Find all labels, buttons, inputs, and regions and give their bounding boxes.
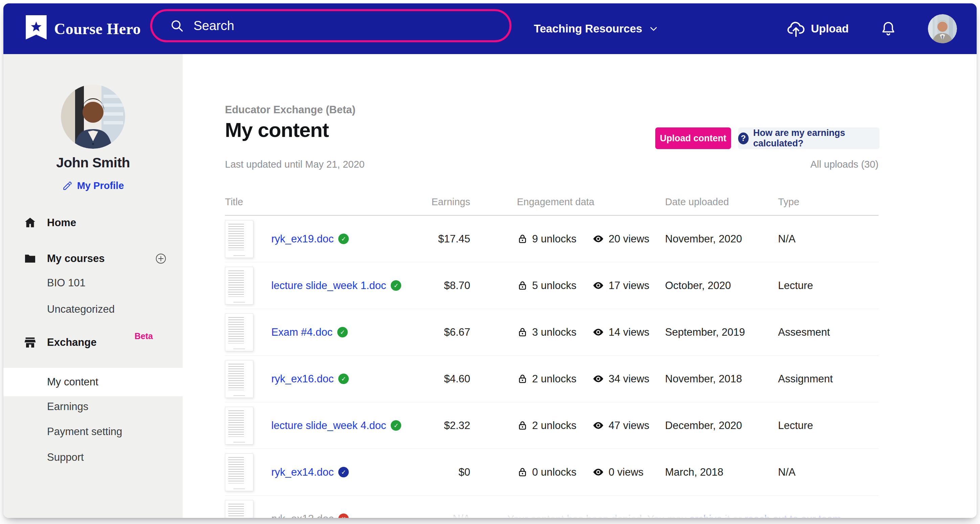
my-profile-link[interactable]: My Profile — [3, 180, 183, 191]
sidebar-item-uncategorized[interactable]: Uncategorized — [3, 299, 183, 320]
sidebar-item-exchange[interactable]: Exchange Beta — [3, 332, 183, 353]
profile-photo[interactable] — [61, 84, 125, 149]
unlock-icon — [517, 467, 528, 478]
eye-icon — [592, 326, 605, 338]
denied-message-text: it or — [722, 513, 745, 518]
home-icon — [23, 216, 38, 230]
sidebar-item-home[interactable]: Home — [3, 212, 183, 233]
status-approved-icon — [391, 420, 401, 431]
type-cell: Lecture — [778, 419, 878, 432]
content-table: Title Earnings Engagement data Date uplo… — [225, 189, 878, 518]
status-approved-icon — [338, 373, 349, 384]
views-count: 14 views — [609, 326, 649, 338]
file-link[interactable]: Exam #4.doc — [271, 326, 332, 338]
question-circle-icon: ? — [738, 133, 749, 144]
sidebar-item-label: My content — [47, 376, 99, 388]
user-name: John Smith — [3, 155, 183, 171]
unlock-icon — [517, 327, 528, 338]
user-avatar[interactable] — [928, 14, 957, 43]
earnings-cell: $0 — [414, 466, 470, 478]
earnings-cell: N/A — [414, 513, 470, 518]
status-denied-icon — [338, 513, 349, 518]
eye-icon — [592, 279, 605, 292]
sidebar-item-support[interactable]: Support — [3, 447, 183, 468]
status-approved-icon — [338, 233, 349, 244]
notifications-button[interactable] — [880, 20, 897, 37]
add-course-button[interactable] — [155, 253, 166, 264]
views-count: 20 views — [609, 233, 649, 245]
document-thumbnail[interactable] — [225, 407, 253, 445]
unlock-icon — [517, 373, 528, 384]
unlock-icon — [517, 233, 528, 245]
views-count: 17 views — [609, 279, 649, 292]
denied-message-text: Your content has been denied. You may — [508, 513, 689, 518]
breadcrumb: Educator Exchange (Beta) — [225, 104, 356, 116]
sidebar-nav: Home My courses BIO 101 Uncateg — [3, 212, 183, 468]
sidebar-item-my-content[interactable]: My content — [3, 368, 183, 396]
date-cell: November, 2018 — [665, 373, 778, 385]
course-hero-logo[interactable]: Course Hero — [26, 3, 141, 54]
sidebar: John Smith My Profile Home — [3, 54, 183, 518]
beta-badge: Beta — [135, 331, 153, 341]
earnings-cell: $4.60 — [414, 373, 470, 385]
unlocks-count: 0 unlocks — [532, 466, 576, 478]
document-thumbnail[interactable] — [225, 220, 253, 258]
column-header-date: Date uploaded — [665, 197, 778, 208]
document-thumbnail[interactable] — [225, 267, 253, 305]
upload-button[interactable]: Upload — [786, 19, 849, 38]
type-cell: Assesment — [778, 326, 878, 338]
file-link[interactable]: ryk_ex19.doc — [271, 233, 334, 245]
earnings-help-label: How are my earnings calculated? — [753, 128, 880, 149]
sidebar-item-label: Payment setting — [47, 426, 122, 438]
status-pending-icon — [338, 467, 349, 477]
search-icon — [170, 19, 184, 33]
views-count: 0 views — [609, 466, 643, 478]
file-link[interactable]: ryk_ex14.doc — [271, 466, 334, 478]
column-header-title: Title — [225, 197, 414, 208]
sidebar-item-payment-setting[interactable]: Payment setting — [3, 421, 183, 442]
table-row: ryk_ex19.doc $17.45 9 unlocks 20 views N… — [225, 216, 878, 262]
sidebar-item-earnings[interactable]: Earnings — [3, 396, 183, 417]
chevron-down-icon — [649, 24, 658, 33]
document-thumbnail[interactable] — [225, 360, 253, 398]
status-approved-icon — [391, 280, 401, 291]
unlocks-count: 2 unlocks — [532, 373, 576, 385]
table-row: Exam #4.doc $6.67 3 unlocks 14 views Sep… — [225, 309, 878, 356]
unlocks-count: 2 unlocks — [532, 419, 576, 432]
pencil-icon — [62, 181, 72, 191]
search-input[interactable] — [193, 18, 431, 33]
type-cell: N/A — [778, 466, 878, 478]
earnings-help-link[interactable]: ? How are my earnings calculated? — [738, 127, 880, 149]
eye-icon — [592, 466, 605, 478]
teaching-resources-dropdown[interactable]: Teaching Resources — [534, 3, 658, 54]
date-cell: October, 2020 — [665, 279, 778, 292]
type-cell: Assignment — [778, 373, 878, 385]
date-cell: March, 2018 — [665, 466, 778, 478]
status-approved-icon — [337, 327, 348, 337]
table-row: lecture slide_week 1.doc $8.70 5 unlocks… — [225, 262, 878, 309]
earnings-cell: $2.32 — [414, 419, 470, 432]
archive-link[interactable]: archive — [689, 513, 722, 518]
sidebar-item-bio-101[interactable]: BIO 101 — [3, 273, 183, 294]
sidebar-item-label: My courses — [47, 252, 105, 265]
file-link[interactable]: ryk_ex16.doc — [271, 373, 334, 385]
search-bar[interactable] — [150, 9, 511, 42]
cloud-upload-icon — [786, 19, 805, 38]
earnings-cell: $17.45 — [414, 233, 470, 245]
column-header-earnings: Earnings — [414, 197, 470, 208]
app-window: Course Hero Teaching Resources — [3, 3, 977, 518]
main-content: Educator Exchange (Beta) My content Uplo… — [183, 54, 977, 518]
unlocks-count: 3 unlocks — [532, 326, 576, 338]
file-link[interactable]: lecture slide_week 4.doc — [271, 419, 386, 432]
file-link[interactable]: lecture slide_week 1.doc — [271, 279, 386, 292]
document-thumbnail[interactable] — [225, 453, 253, 491]
document-thumbnail[interactable] — [225, 313, 253, 351]
unlock-icon — [517, 420, 528, 431]
contact-team-link[interactable]: reach out to our team. — [745, 513, 844, 518]
document-thumbnail[interactable] — [225, 500, 253, 518]
upload-content-button[interactable]: Upload content — [655, 127, 731, 149]
views-count: 34 views — [609, 373, 649, 385]
file-link: ryk_ex12.doc — [271, 513, 334, 518]
sidebar-item-my-courses[interactable]: My courses — [3, 248, 183, 269]
navbar-right-cluster: Upload — [786, 3, 957, 54]
